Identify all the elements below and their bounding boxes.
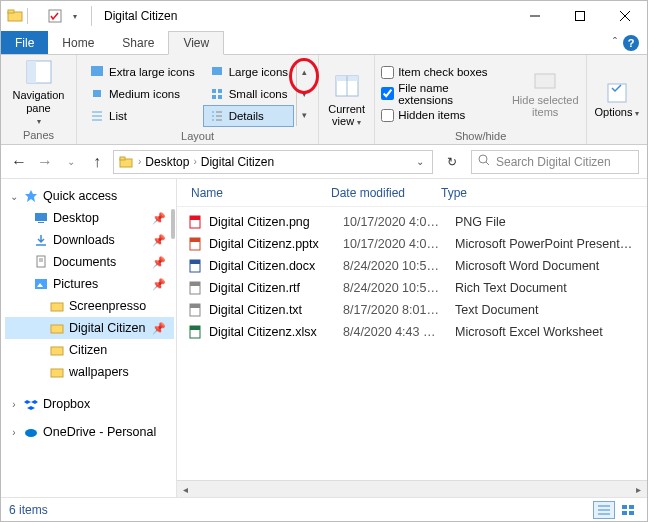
sidebar-item-quick-access[interactable]: ⌄ Quick access [5,185,174,207]
file-row[interactable]: Digital Citizen.rtf8/24/2020 10:5…Rich T… [187,277,647,299]
layout-details[interactable]: Details [203,105,294,127]
sidebar-item-digital-citizen[interactable]: Digital Citizen📌 [5,317,174,339]
address-dropdown-icon[interactable]: ⌄ [416,156,428,167]
help-icon[interactable]: ? [623,35,639,51]
panes-group-label: Panes [7,127,70,142]
file-row[interactable]: Digital Citizen.txt8/17/2020 8:01…Text D… [187,299,647,321]
svg-rect-13 [218,89,222,93]
layout-scroll-up[interactable]: ▴ [302,62,307,82]
folder-icon [49,342,65,358]
chevron-right-icon[interactable]: › [136,156,143,167]
sidebar-item-dropbox[interactable]: › Dropbox [5,393,174,415]
chevron-right-icon[interactable]: › [191,156,198,167]
column-headers[interactable]: Name Date modified Type [177,179,647,207]
item-check-boxes-toggle[interactable]: Item check boxes [381,66,502,79]
sidebar-item-citizen[interactable]: Citizen [5,339,174,361]
navigation-pane-label: Navigation pane [7,89,70,115]
hidden-items-toggle[interactable]: Hidden items [381,109,502,122]
svg-rect-9 [91,66,103,76]
layout-small[interactable]: Small icons [203,83,294,105]
column-date[interactable]: Date modified [331,186,441,200]
svg-rect-29 [608,84,626,102]
sidebar-item-desktop[interactable]: Desktop📌 [5,207,174,229]
sidebar-item-screenpresso[interactable]: Screenpresso [5,295,174,317]
collapse-ribbon-icon[interactable]: ˆ [613,36,617,50]
sidebar-item-documents[interactable]: Documents📌 [5,251,174,273]
layout-more-icon[interactable]: ▾ [302,105,307,125]
layout-scroll-down[interactable]: ▾ [302,84,307,104]
svg-rect-12 [212,89,216,93]
folder-icon [7,8,23,24]
hide-selected-button: Hide selected items [510,70,580,118]
pin-icon: 📌 [152,278,166,291]
svg-rect-60 [190,304,200,308]
svg-rect-11 [93,90,101,97]
file-date: 10/17/2020 4:0… [343,237,449,251]
file-row[interactable]: Digital Citizen.png10/17/2020 4:0…PNG Fi… [187,211,647,233]
options-button[interactable]: Options ▾ [593,82,641,118]
tab-view[interactable]: View [168,31,224,55]
options-label: Options [595,106,633,118]
crumb-desktop[interactable]: Desktop [145,155,189,169]
svg-rect-35 [35,213,47,221]
svg-rect-44 [51,325,63,333]
properties-icon[interactable] [47,8,63,24]
sidebar-item-onedrive[interactable]: › OneDrive - Personal [5,421,174,443]
current-view-button[interactable]: Current view ▾ [325,73,368,127]
back-button[interactable]: ← [9,153,29,171]
layout-extra-large[interactable]: Extra large icons [83,61,201,83]
svg-rect-4 [575,12,584,21]
tab-home[interactable]: Home [48,31,108,54]
layout-large[interactable]: Large icons [203,61,294,83]
breadcrumb[interactable]: › Desktop › Digital Citizen ⌄ [113,150,433,174]
horizontal-scrollbar[interactable]: ◂ ▸ [177,480,647,497]
sidebar-item-wallpapers[interactable]: wallpapers [5,361,174,383]
star-icon [23,188,39,204]
expander-icon[interactable]: › [9,399,19,410]
search-placeholder: Search Digital Citizen [496,155,611,169]
svg-rect-67 [629,505,634,509]
folder-icon [118,154,134,170]
sidebar-item-downloads[interactable]: Downloads📌 [5,229,174,251]
file-date: 8/4/2020 4:43 … [343,325,449,339]
scroll-right-icon[interactable]: ▸ [630,484,647,495]
close-button[interactable] [602,1,647,31]
layout-list[interactable]: List [83,105,201,127]
address-bar: ← → ⌄ ↑ › Desktop › Digital Citizen ⌄ ↻ … [1,145,647,179]
scroll-left-icon[interactable]: ◂ [177,484,194,495]
column-name[interactable]: Name [191,186,331,200]
explorer-window: ▾ Digital Citizen File Home Share View ˆ… [0,0,648,522]
file-type: PNG File [455,215,647,229]
desktop-icon [33,210,49,226]
qat-dropdown-icon[interactable]: ▾ [67,8,83,24]
column-type[interactable]: Type [441,186,647,200]
sidebar-item-pictures[interactable]: Pictures📌 [5,273,174,295]
status-item-count: 6 items [9,503,48,517]
file-type: Text Document [455,303,647,317]
file-row[interactable]: Digital Citizenz.xlsx8/4/2020 4:43 …Micr… [187,321,647,343]
recent-locations-icon[interactable]: ⌄ [61,156,81,167]
file-row[interactable]: Digital Citizen.docx8/24/2020 10:5…Micro… [187,255,647,277]
details-view-toggle[interactable] [593,501,615,519]
expander-icon[interactable]: › [9,427,19,438]
thumbnails-view-toggle[interactable] [617,501,639,519]
search-input[interactable]: Search Digital Citizen [471,150,639,174]
minimize-button[interactable] [512,1,557,31]
navigation-pane-button[interactable]: Navigation pane ▾ [7,59,70,127]
tab-file[interactable]: File [1,31,48,54]
file-type: Microsoft PowerPoint Presenta… [455,237,647,251]
file-list: Digital Citizen.png10/17/2020 4:0…PNG Fi… [177,207,647,480]
ribbon: Navigation pane ▾ Panes Extra large icon… [1,55,647,145]
ribbon-tabs: File Home Share View ˆ ? [1,31,647,55]
refresh-button[interactable]: ↻ [439,155,465,169]
file-name-extensions-toggle[interactable]: File name extensions [381,82,502,106]
crumb-current[interactable]: Digital Citizen [201,155,274,169]
svg-rect-52 [190,216,200,220]
file-row[interactable]: Digital Citizenz.pptx10/17/2020 4:0…Micr… [187,233,647,255]
up-button[interactable]: ↑ [87,153,107,171]
layout-medium[interactable]: Medium icons [83,83,201,105]
sidebar-scrollbar[interactable] [170,179,176,299]
tab-share[interactable]: Share [108,31,168,54]
maximize-button[interactable] [557,1,602,31]
expander-icon[interactable]: ⌄ [9,191,19,202]
